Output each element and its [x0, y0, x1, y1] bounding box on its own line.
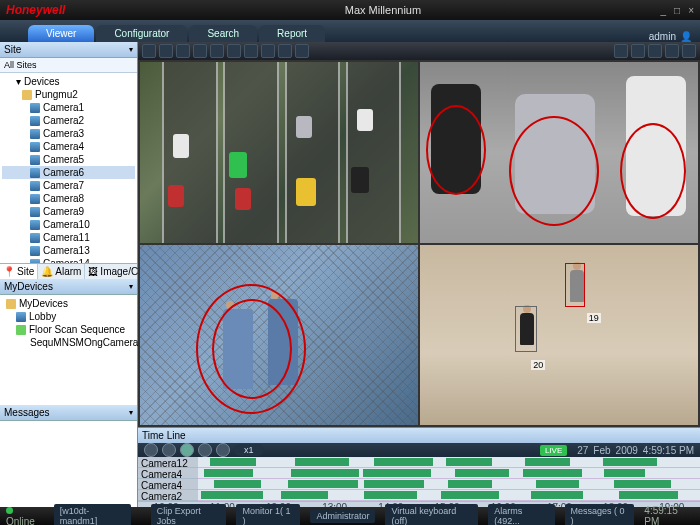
tree-camera[interactable]: Camera1 — [2, 101, 135, 114]
camera-icon — [30, 116, 40, 126]
alarms-button[interactable]: Alarms (492... — [488, 504, 554, 525]
view-option-button[interactable] — [682, 44, 696, 58]
timeline-tracks[interactable]: Camera12Camera4Camera4Camera2 — [138, 457, 700, 501]
detection-oval — [620, 123, 686, 219]
layout-button[interactable] — [193, 44, 207, 58]
tree-camera[interactable]: Camera4 — [2, 140, 135, 153]
camera-cell-2[interactable] — [420, 62, 698, 243]
track-row[interactable] — [198, 479, 700, 490]
tree-camera[interactable]: Camera5 — [2, 153, 135, 166]
camera-cell-1[interactable] — [140, 62, 418, 243]
track-name[interactable]: Camera4 — [138, 479, 198, 490]
user-badge[interactable]: admin 👤 — [641, 31, 700, 42]
titlebar: Honeywell Max Millennium _ □ × — [0, 0, 700, 20]
camera-icon — [30, 233, 40, 243]
camera-icon — [30, 220, 40, 230]
camera-icon — [16, 312, 26, 322]
tree-camera[interactable]: Camera9 — [2, 205, 135, 218]
messages-header[interactable]: Messages▾ — [0, 405, 137, 421]
forward-button[interactable] — [198, 443, 212, 457]
layout-button[interactable] — [244, 44, 258, 58]
tree-devices[interactable]: ▾Devices — [2, 75, 135, 88]
camera-cell-3[interactable] — [140, 245, 418, 426]
tree-camera[interactable]: Camera8 — [2, 192, 135, 205]
mydev-seq[interactable]: SequMNSMOngCamera — [2, 336, 135, 349]
view-option-button[interactable] — [614, 44, 628, 58]
tree-camera[interactable]: Camera10 — [2, 218, 135, 231]
sidebar-tab-site[interactable]: 📍Site — [0, 264, 38, 279]
all-sites-selector[interactable]: All Sites — [0, 58, 137, 73]
user-icon: 👤 — [680, 31, 692, 42]
virtual-keyboard-button[interactable]: Virtual keyboard (off) — [385, 504, 478, 525]
layout-button[interactable] — [295, 44, 309, 58]
timeline-panel: Time Line x1 LIVE 27 Feb 2009 4:59:15 PM… — [138, 427, 700, 507]
minimize-button[interactable]: _ — [661, 5, 667, 16]
tree-camera[interactable]: Camera13 — [2, 244, 135, 257]
view-option-button[interactable] — [631, 44, 645, 58]
sidebar-tab-alarm[interactable]: 🔔Alarm — [38, 264, 85, 279]
tree-camera[interactable]: Camera3 — [2, 127, 135, 140]
skip-forward-button[interactable] — [216, 443, 230, 457]
mydev-lobby[interactable]: Lobby — [2, 310, 135, 323]
tree-camera[interactable]: Camera11 — [2, 231, 135, 244]
timeline-header[interactable]: Time Line — [138, 428, 700, 443]
monitor-button[interactable]: Monitor 1( 1 ) — [236, 504, 300, 525]
view-toolbar — [138, 42, 700, 60]
camera-cell-4[interactable]: 19 20 — [420, 245, 698, 426]
status-time: 4:59:15 PM — [644, 505, 694, 525]
track-name[interactable]: Camera4 — [138, 468, 198, 479]
playback-controls: x1 LIVE 27 Feb 2009 4:59:15 PM — [138, 443, 700, 457]
tree-group[interactable]: Pungmu2 — [2, 88, 135, 101]
rewind-button[interactable] — [162, 443, 176, 457]
mydevices-header[interactable]: MyDevices▾ — [0, 279, 137, 295]
site-panel-header[interactable]: Site▾ — [0, 42, 137, 58]
layout-button[interactable] — [227, 44, 241, 58]
live-badge[interactable]: LIVE — [540, 445, 567, 456]
host-badge[interactable]: [w10dt-mandm1] — [54, 504, 131, 525]
folder-icon — [6, 299, 16, 309]
mydev-root[interactable]: MyDevices — [2, 297, 135, 310]
maximize-button[interactable]: □ — [674, 5, 680, 16]
messages-button[interactable]: Messages ( 0 ) — [565, 504, 635, 525]
timeline-date[interactable]: 27 Feb 2009 4:59:15 PM — [577, 445, 694, 456]
layout-button[interactable] — [278, 44, 292, 58]
sidebar: Site▾ All Sites ▾Devices Pungmu2 Camera1… — [0, 42, 138, 507]
track-row[interactable] — [198, 490, 700, 501]
layout-button[interactable] — [261, 44, 275, 58]
track-name[interactable]: Camera12 — [138, 457, 198, 468]
layout-button[interactable] — [159, 44, 173, 58]
view-option-button[interactable] — [665, 44, 679, 58]
detection-oval — [426, 105, 486, 195]
clip-export-button[interactable]: Clip Export Jobs — [151, 504, 227, 525]
layout-button[interactable] — [142, 44, 156, 58]
speed-indicator[interactable]: x1 — [234, 444, 264, 456]
tree-camera[interactable]: Camera7 — [2, 179, 135, 192]
track-name[interactable]: Camera2 — [138, 490, 198, 501]
tab-viewer[interactable]: Viewer — [28, 25, 94, 42]
tab-configurator[interactable]: Configurator — [96, 25, 187, 42]
tree-camera[interactable]: Camera2 — [2, 114, 135, 127]
detection-zone — [431, 252, 687, 407]
layout-button[interactable] — [176, 44, 190, 58]
app-title: Max Millennium — [105, 4, 660, 16]
main-area: 19 20 Time Line x1 LIVE 27 Feb 2009 — [138, 42, 700, 507]
detection-box — [565, 263, 585, 307]
track-row[interactable] — [198, 468, 700, 479]
role-badge: Administrator — [310, 509, 375, 523]
mydev-floor[interactable]: Floor Scan Sequence — [2, 323, 135, 336]
track-row[interactable] — [198, 457, 700, 468]
brand-logo: Honeywell — [6, 3, 65, 17]
sidebar-tabs: 📍Site 🔔Alarm 🖼Image/Clip — [0, 263, 137, 279]
skip-back-button[interactable] — [144, 443, 158, 457]
play-button[interactable] — [180, 443, 194, 457]
tab-report[interactable]: Report — [259, 25, 325, 42]
tab-search[interactable]: Search — [189, 25, 257, 42]
view-option-button[interactable] — [648, 44, 662, 58]
tree-camera[interactable]: Camera6 — [2, 166, 135, 179]
device-tree[interactable]: ▾Devices Pungmu2 Camera1Camera2Camera3Ca… — [0, 73, 137, 263]
mydevices-tree[interactable]: MyDevices Lobby Floor Scan Sequence Sequ… — [0, 295, 137, 405]
layout-button[interactable] — [210, 44, 224, 58]
close-button[interactable]: × — [688, 5, 694, 16]
online-status: Online — [6, 505, 44, 525]
camera-icon — [30, 194, 40, 204]
